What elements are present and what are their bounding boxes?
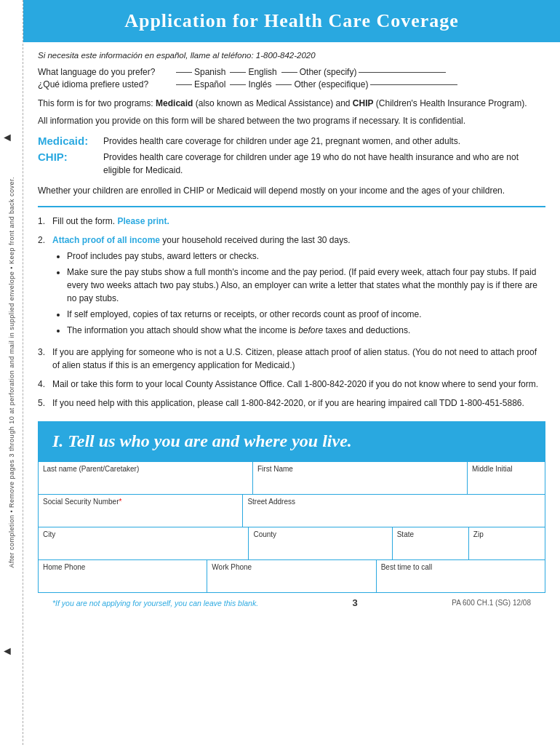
ssn-label: Social Security Number* (43, 498, 238, 506)
footer-note: *If you are not applying for yourself, y… (52, 599, 258, 607)
zip-input[interactable] (473, 540, 540, 550)
instruction-num-3: 3. (38, 346, 52, 359)
medicaid-program-label: Medicaid (156, 98, 193, 108)
street-input[interactable] (247, 507, 540, 517)
city-input[interactable] (43, 540, 244, 550)
lang-ingles-label: Inglés (248, 79, 271, 89)
language-question-en: What language do you prefer? (38, 67, 176, 77)
instruction-num-5: 5. (38, 397, 52, 410)
instruction-item-1: 1. Fill out the form. Please print. (38, 215, 545, 228)
lang-spanish-label: Spanish (194, 67, 225, 77)
instruction-content-4: Mail or take this form to your local Cou… (52, 378, 545, 391)
inst2-bullet-4: The information you attach should show w… (67, 324, 545, 337)
instruction-item-4: 4. Mail or take this form to your local … (38, 378, 545, 391)
language-row-english: What language do you prefer? Spanish Eng… (38, 67, 545, 77)
work-phone-input[interactable] (212, 573, 371, 583)
state-input[interactable] (397, 540, 464, 550)
city-label: City (43, 530, 244, 538)
city-cell: City (39, 527, 249, 559)
best-time-input[interactable] (381, 573, 540, 583)
section1-banner: I. Tell us who you are and where you liv… (38, 421, 545, 461)
content-area: Si necesita este información en español,… (23, 51, 560, 608)
form-row-2: Social Security Number* Street Address (39, 495, 545, 527)
lang-espanol-label: Español (194, 79, 225, 89)
instruction-content-3: If you are applying for someone who is n… (52, 346, 545, 372)
work-phone-cell: Work Phone (207, 560, 376, 592)
lang-option-espanol: Español (176, 79, 225, 89)
lang-option-other-en: Other (specify) (281, 67, 447, 77)
lang-english-label: English (248, 67, 276, 77)
arrow-left2-icon: ◄ (1, 645, 13, 658)
please-print-link[interactable]: Please print. (117, 216, 169, 226)
first-name-input[interactable] (257, 474, 463, 485)
first-name-cell: First Name (253, 462, 468, 494)
instruction-item-2: 2. Attach proof of all income your house… (38, 234, 545, 340)
section1-title: I. Tell us who you are and where you liv… (52, 431, 531, 451)
inst2-text: your household received during the last … (160, 235, 351, 245)
home-phone-label: Home Phone (43, 563, 202, 571)
instruction-num-4: 4. (38, 378, 52, 391)
income-note: Whether your children are enrolled in CH… (38, 184, 545, 197)
zip-label: Zip (473, 530, 540, 538)
page-number: 3 (353, 597, 358, 608)
inst2-bullets: Proof includes pay stubs, award letters … (67, 250, 545, 337)
ssn-input[interactable] (43, 507, 238, 517)
middle-initial-input[interactable] (472, 474, 540, 485)
instruction-num-1: 1. (38, 215, 52, 228)
form-description: This form is for two programs: Medicaid … (38, 97, 545, 110)
header-banner: Application for Health Care Coverage (23, 0, 560, 42)
last-name-cell: Last name (Parent/Caretaker) (39, 462, 253, 494)
page-title: Application for Health Care Coverage (38, 10, 545, 32)
county-label: County (253, 530, 387, 538)
chip-program-label: CHIP (353, 98, 374, 108)
state-label: State (397, 530, 464, 538)
county-input[interactable] (253, 540, 387, 550)
medicaid-row: Medicaid: Provides health care coverage … (38, 135, 545, 148)
lang-option-english: English (230, 67, 276, 77)
form-desc-text2: (also known as Medical Assistance) and (193, 98, 352, 108)
language-question-es: ¿Qué idioma prefiere usted? (38, 79, 176, 89)
home-phone-input[interactable] (43, 573, 202, 583)
inst1-text: Fill out the form. (52, 216, 117, 226)
lang-other-es-label: Other (especifique) (294, 79, 368, 89)
best-time-cell: Best time to call (377, 560, 545, 592)
instruction-num-2: 2. (38, 234, 52, 247)
side-margin: ◄ After completion • Remove pages 3 thro… (0, 0, 23, 745)
lang-other-en-label: Other (specify) (300, 67, 357, 77)
zip-cell: Zip (469, 527, 545, 559)
medicaid-label: Medicaid: (38, 135, 103, 147)
spanish-notice: Si necesita este información en español,… (38, 51, 545, 60)
lang-option-spanish: Spanish (176, 67, 225, 77)
attach-proof-link: Attach proof of all income (52, 235, 160, 245)
language-row-spanish: ¿Qué idioma prefiere usted? Español Ingl… (38, 79, 545, 89)
page-footer: *If you are not applying for yourself, y… (38, 593, 545, 608)
county-cell: County (249, 527, 392, 559)
work-phone-label: Work Phone (212, 563, 371, 571)
last-name-input[interactable] (43, 474, 248, 485)
form-row-3: City County State Zip (39, 527, 545, 560)
inst2-bullet-2: Make sure the pay stubs show a full mont… (67, 266, 545, 305)
form-fields: Last name (Parent/Caretaker) First Name … (38, 461, 545, 593)
form-desc-text1: This form is for two programs: (38, 98, 156, 108)
ssn-required: * (119, 498, 121, 506)
home-phone-cell: Home Phone (39, 560, 207, 592)
middle-initial-cell: Middle Initial (468, 462, 545, 494)
arrow-left-icon: ◄ (1, 131, 13, 144)
lang-option-other-es: Other (especifique) (276, 79, 457, 89)
instruction-content-1: Fill out the form. Please print. (52, 215, 545, 228)
chip-row: CHIP: Provides health care coverage for … (38, 151, 545, 177)
form-row-4: Home Phone Work Phone Best time to call (39, 560, 545, 592)
inst2-bullet-3: If self employed, copies of tax returns … (67, 308, 545, 321)
first-name-label: First Name (257, 465, 463, 473)
chip-desc: Provides health care coverage for childr… (103, 151, 545, 177)
state-cell: State (393, 527, 469, 559)
side-margin-text: After completion • Remove pages 3 throug… (8, 177, 15, 568)
street-label: Street Address (247, 498, 540, 506)
middle-initial-label: Middle Initial (472, 465, 540, 473)
footer-doc-ref: PA 600 CH.1 (SG) 12/08 (452, 599, 531, 607)
last-name-label: Last name (Parent/Caretaker) (43, 465, 248, 473)
blue-divider (38, 206, 545, 207)
form-row-1: Last name (Parent/Caretaker) First Name … (39, 462, 545, 495)
instructions-list: 1. Fill out the form. Please print. 2. A… (38, 215, 545, 410)
best-time-label: Best time to call (381, 563, 540, 571)
